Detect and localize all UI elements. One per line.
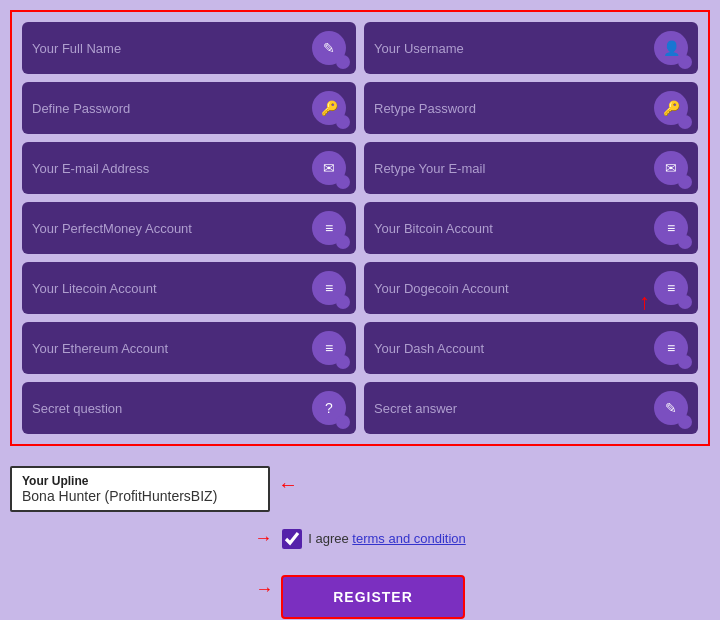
full-name-field[interactable]: Your Full Name ✎ [22, 22, 356, 74]
define-password-field[interactable]: Define Password 🔑 [22, 82, 356, 134]
upline-section: Your Upline Bona Hunter (ProfitHuntersBI… [10, 466, 270, 512]
arrow-up-icon: ↑ [639, 289, 650, 315]
retype-password-label: Retype Password [374, 101, 654, 116]
ethereum-label: Your Ethereum Account [32, 341, 312, 356]
bitcoin-label: Your Bitcoin Account [374, 221, 654, 236]
dash-icon[interactable]: ≡ [654, 331, 688, 365]
perfectmoney-label: Your PerfectMoney Account [32, 221, 312, 236]
upline-label: Your Upline [22, 474, 258, 488]
secret-answer-label: Secret answer [374, 401, 654, 416]
dash-field[interactable]: Your Dash Account ≡ [364, 322, 698, 374]
upline-row: Your Upline Bona Hunter (ProfitHuntersBI… [10, 456, 710, 512]
arrow-checkbox-icon: → [254, 528, 272, 549]
checkbox-row: → I agree terms and condition [254, 528, 466, 549]
username-field[interactable]: Your Username 👤 [364, 22, 698, 74]
ethereum-field[interactable]: Your Ethereum Account ≡ [22, 322, 356, 374]
bitcoin-icon[interactable]: ≡ [654, 211, 688, 245]
arrow-left-icon: ← [278, 473, 298, 496]
perfectmoney-icon[interactable]: ≡ [312, 211, 346, 245]
retype-password-field[interactable]: Retype Password 🔑 [364, 82, 698, 134]
retype-email-label: Retype Your E-mail [374, 161, 654, 176]
terms-link[interactable]: terms and condition [352, 531, 465, 546]
litecoin-field[interactable]: Your Litecoin Account ≡ [22, 262, 356, 314]
define-password-label: Define Password [32, 101, 312, 116]
secret-answer-icon[interactable]: ✎ [654, 391, 688, 425]
terms-checkbox[interactable] [282, 529, 302, 549]
bitcoin-field[interactable]: Your Bitcoin Account ≡ [364, 202, 698, 254]
ethereum-icon[interactable]: ≡ [312, 331, 346, 365]
checkbox-text: I agree [308, 531, 352, 546]
litecoin-label: Your Litecoin Account [32, 281, 312, 296]
perfectmoney-field[interactable]: Your PerfectMoney Account ≡ [22, 202, 356, 254]
retype-password-icon[interactable]: 🔑 [654, 91, 688, 125]
username-icon[interactable]: 👤 [654, 31, 688, 65]
bottom-section: → I agree terms and condition ↑ → REGIST… [10, 512, 710, 619]
checkbox-label: I agree terms and condition [308, 531, 466, 546]
dogecoin-icon[interactable]: ≡ [654, 271, 688, 305]
secret-answer-field[interactable]: Secret answer ✎ [364, 382, 698, 434]
full-name-icon[interactable]: ✎ [312, 31, 346, 65]
upline-value: Bona Hunter (ProfitHuntersBIZ) [22, 488, 258, 504]
dogecoin-label: Your Dogecoin Account [374, 281, 654, 296]
litecoin-icon[interactable]: ≡ [312, 271, 346, 305]
email-label: Your E-mail Address [32, 161, 312, 176]
username-label: Your Username [374, 41, 654, 56]
email-field[interactable]: Your E-mail Address ✉ [22, 142, 356, 194]
secret-question-label: Secret question [32, 401, 312, 416]
arrow-register-icon: → [255, 579, 273, 600]
define-password-icon[interactable]: 🔑 [312, 91, 346, 125]
secret-question-icon[interactable]: ? [312, 391, 346, 425]
retype-email-field[interactable]: Retype Your E-mail ✉ [364, 142, 698, 194]
dash-label: Your Dash Account [374, 341, 654, 356]
register-row: → REGISTER [255, 559, 465, 619]
secret-question-field[interactable]: Secret question ? [22, 382, 356, 434]
form-grid: Your Full Name ✎ Your Username 👤 Define … [22, 22, 698, 434]
registration-form: Your Full Name ✎ Your Username 👤 Define … [10, 10, 710, 446]
full-name-label: Your Full Name [32, 41, 312, 56]
email-icon[interactable]: ✉ [312, 151, 346, 185]
retype-email-icon[interactable]: ✉ [654, 151, 688, 185]
register-button[interactable]: REGISTER [281, 575, 465, 619]
